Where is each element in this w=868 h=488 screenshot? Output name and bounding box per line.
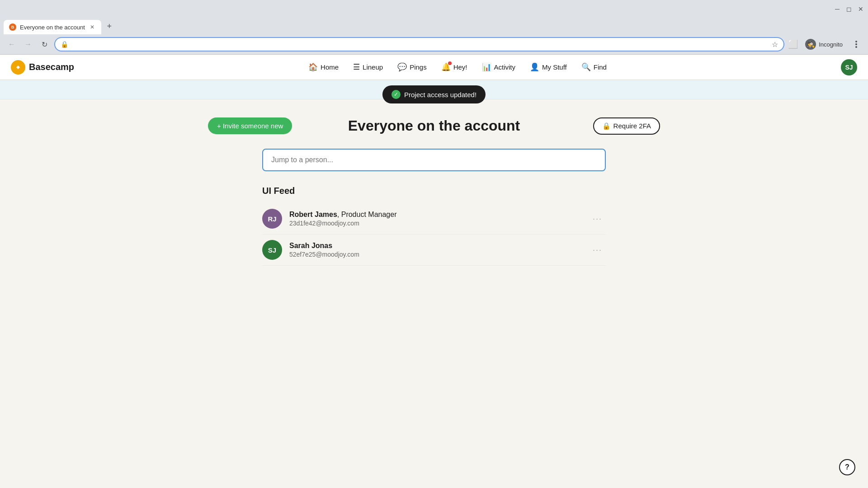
toast-notification: ✓ Project access updated! [382, 85, 486, 103]
nav-link-find[interactable]: 🔍 Find [575, 60, 613, 75]
minimize-button[interactable]: ─ [834, 5, 841, 13]
browser-titlebar: ─ ◻ ✕ [0, 0, 868, 18]
mystuff-icon: 👤 [530, 62, 539, 72]
incognito-avatar: 🕵 [805, 39, 816, 50]
activity-icon: 📊 [482, 62, 491, 72]
sidebar-icon[interactable]: ⬜ [788, 39, 798, 49]
tab-title: Everyone on the account [20, 24, 85, 31]
nav-link-pings[interactable]: 💬 Pings [391, 60, 433, 75]
toast-check-icon: ✓ [392, 90, 401, 99]
bookmark-icon[interactable]: ☆ [772, 40, 778, 49]
address-bar[interactable]: 🔒 3.basecamp.com/5550377/account/people … [54, 37, 784, 52]
logo-icon [11, 60, 25, 75]
back-button[interactable]: ← [5, 38, 18, 51]
reload-button[interactable]: ↻ [38, 38, 51, 51]
app-nav: Basecamp 🏠 Home ☰ Lineup 💬 Pings 🔔 Hey! … [0, 55, 868, 80]
nav-link-mystuff[interactable]: 👤 My Stuff [524, 60, 573, 75]
browser-chrome: ─ ◻ ✕ B Everyone on the account ✕ + ← → … [0, 0, 868, 55]
browser-menu-button[interactable] [850, 38, 863, 51]
app-logo-text: Basecamp [29, 62, 74, 72]
nav-link-mystuff-label: My Stuff [542, 63, 567, 71]
nav-link-activity[interactable]: 📊 Activity [476, 60, 522, 75]
nav-link-home[interactable]: 🏠 Home [302, 60, 345, 75]
avatar-initials: SJ [268, 246, 276, 254]
nav-link-activity-label: Activity [494, 63, 516, 71]
main-content: + Invite someone new Everyone on the acc… [163, 99, 705, 284]
browser-addressbar: ← → ↻ 🔒 3.basecamp.com/5550377/account/p… [0, 34, 868, 54]
hey-icon-wrapper: 🔔 [441, 62, 451, 72]
require-2fa-icon: 🔒 [602, 122, 611, 130]
require-2fa-button[interactable]: 🔒 Require 2FA [593, 117, 660, 135]
person-email: 23d1fe42@moodjoy.com [289, 220, 589, 227]
invite-button[interactable]: + Invite someone new [208, 117, 292, 134]
nav-link-lineup[interactable]: ☰ Lineup [347, 60, 389, 75]
person-info: Sarah Jonas 52ef7e25@moodjoy.com [289, 242, 589, 258]
hey-notification-dot [448, 61, 452, 65]
find-icon: 🔍 [581, 62, 591, 72]
url-input[interactable]: 3.basecamp.com/5550377/account/people [72, 41, 768, 48]
app-nav-links: 🏠 Home ☰ Lineup 💬 Pings 🔔 Hey! 📊 Activit… [302, 60, 613, 75]
person-info: Robert James, Product Manager 23d1fe42@m… [289, 211, 589, 227]
new-tab-button[interactable]: + [103, 20, 116, 33]
person-fullname: Sarah Jonas [289, 242, 332, 249]
page-header: + Invite someone new Everyone on the acc… [163, 117, 705, 134]
avatar: SJ [262, 240, 282, 260]
nav-link-hey-label: Hey! [453, 63, 467, 71]
home-icon: 🏠 [308, 62, 318, 72]
table-row: RJ Robert James, Product Manager 23d1fe4… [262, 203, 606, 235]
incognito-label: Incognito [819, 41, 843, 48]
active-tab[interactable]: B Everyone on the account ✕ [4, 20, 101, 34]
pings-icon: 💬 [397, 62, 407, 72]
person-role: Product Manager [341, 211, 397, 218]
forward-button[interactable]: → [22, 38, 34, 51]
close-button[interactable]: ✕ [857, 5, 864, 13]
people-section: UI Feed RJ Robert James, Product Manager… [217, 186, 651, 266]
section-title: UI Feed [262, 186, 606, 196]
lineup-icon: ☰ [353, 62, 360, 72]
user-avatar-nav[interactable]: SJ [841, 59, 857, 75]
tab-close-button[interactable]: ✕ [89, 23, 96, 31]
avatar: RJ [262, 209, 282, 229]
avatar-initials: RJ [268, 215, 276, 223]
incognito-button[interactable]: 🕵 Incognito [802, 38, 846, 51]
person-email: 52ef7e25@moodjoy.com [289, 251, 589, 258]
page-title: Everyone on the account [348, 117, 520, 134]
tab-favicon: B [9, 23, 16, 31]
nav-link-lineup-label: Lineup [363, 63, 383, 71]
table-row: SJ Sarah Jonas 52ef7e25@moodjoy.com ··· [262, 235, 606, 266]
maximize-button[interactable]: ◻ [845, 5, 853, 13]
person-actions-menu[interactable]: ··· [589, 212, 606, 225]
person-name: Sarah Jonas [289, 242, 589, 250]
nav-link-pings-label: Pings [410, 63, 427, 71]
nav-link-find-label: Find [594, 63, 607, 71]
search-wrapper [217, 149, 651, 171]
require-2fa-label: Require 2FA [613, 122, 651, 130]
nav-link-home-label: Home [321, 63, 339, 71]
toast-icon: ✓ [394, 91, 398, 98]
help-button[interactable]: ? [839, 459, 855, 475]
nav-link-hey[interactable]: 🔔 Hey! [435, 60, 474, 75]
person-fullname: Robert James [289, 211, 337, 218]
person-actions-menu[interactable]: ··· [589, 244, 606, 257]
app-logo[interactable]: Basecamp [11, 60, 74, 75]
toast-message: Project access updated! [404, 91, 476, 99]
browser-tabs: B Everyone on the account ✕ + [0, 18, 868, 34]
search-input[interactable] [262, 149, 606, 171]
person-name: Robert James, Product Manager [289, 211, 589, 219]
